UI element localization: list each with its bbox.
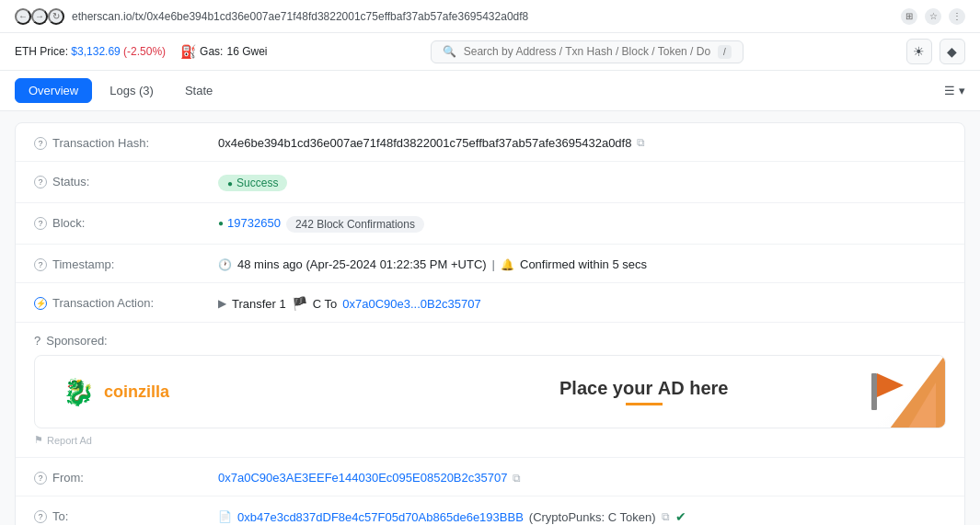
confirmed-text: Confirmed within 5 secs [520, 257, 647, 271]
chevron-down-icon: ▾ [959, 84, 965, 97]
hash-value: 0x4e6be394b1cd36e007ae71f48fd3822001c75e… [218, 136, 631, 150]
timestamp-value: 48 mins ago (Apr-25-2024 01:22:35 PM +UT… [237, 257, 487, 271]
eth-price: ETH Price: $3,132.69 (-2.50%) [15, 45, 166, 58]
refresh-button[interactable]: ↻ [48, 8, 64, 25]
sponsored-label-text: Sponsored: [46, 334, 108, 348]
theme-toggle[interactable]: ☀ [906, 39, 932, 64]
contract-icon: 📄 [218, 510, 232, 523]
to-contract-name: (CryptoPunks: C Token) [529, 510, 656, 524]
to-label: To: [52, 509, 68, 523]
action-address-link[interactable]: 0x7a0C90e3...0B2c35707 [342, 297, 480, 311]
from-help-icon[interactable]: ? [34, 472, 47, 485]
verified-icon: ✔ [675, 509, 686, 524]
to-address-link[interactable]: 0xb47e3cd837dDF8e4c57F05d70Ab865de6e193B… [237, 510, 524, 524]
from-label: From: [52, 471, 84, 485]
block-number-link[interactable]: 19732650 [218, 216, 281, 230]
from-address-link[interactable]: 0x7a0C90e3AE3EEFe144030Ec095E08520B2c357… [218, 471, 507, 485]
ad-flag-icon [867, 369, 913, 415]
timestamp-row: ? Timestamp: 🕐 48 mins ago (Apr-25-2024 … [16, 245, 964, 283]
ad-brand: coinzilla [104, 382, 169, 402]
tab-overview[interactable]: Overview [15, 78, 92, 103]
eth-network-button[interactable]: ◆ [940, 39, 965, 64]
tab-state[interactable]: State [171, 78, 226, 103]
tab-logs[interactable]: Logs (3) [96, 78, 167, 103]
status-row: ? Status: Success [16, 162, 964, 203]
action-c: C To [313, 297, 338, 311]
search-input[interactable] [464, 45, 710, 58]
hash-label: Transaction Hash: [52, 136, 149, 150]
action-row: ⚡ Transaction Action: ▶ Transfer 1 🏴 C T… [16, 283, 964, 323]
confirmed-icon: 🔔 [501, 258, 514, 271]
list-view-toggle[interactable]: ☰ ▾ [944, 84, 965, 97]
eth-price-change: (-2.50%) [123, 45, 166, 58]
status-help-icon[interactable]: ? [34, 176, 47, 188]
menu-icon[interactable]: ⋮ [949, 8, 965, 25]
report-ad-link[interactable]: ⚑ Report Ad [34, 434, 946, 446]
ad-underline [626, 403, 663, 405]
sponsored-help-icon[interactable]: ? [34, 334, 40, 348]
forward-button[interactable]: → [31, 8, 48, 25]
bookmark-icon[interactable]: ☆ [925, 8, 941, 25]
report-ad-icon: ⚑ [34, 434, 43, 446]
hash-help-icon[interactable]: ? [34, 137, 47, 150]
transfer-text: Transfer 1 [232, 297, 286, 311]
back-button[interactable]: ← [15, 8, 31, 25]
ad-mid-text: Place your AD here [559, 378, 728, 399]
tx-hash-row: ? Transaction Hash: 0x4e6be394b1cd36e007… [16, 123, 964, 162]
block-row: ? Block: 19732650 242 Block Confirmation… [16, 203, 964, 245]
block-help-icon[interactable]: ? [34, 217, 47, 230]
search-icon: 🔍 [443, 45, 456, 58]
search-bar[interactable]: 🔍 / [431, 40, 744, 63]
action-help-icon[interactable]: ⚡ [34, 297, 47, 310]
block-label: Block: [52, 216, 85, 230]
page-tabs: Overview Logs (3) State ☰ ▾ [0, 71, 980, 111]
clock-icon: 🕐 [218, 258, 232, 271]
status-label: Status: [52, 175, 89, 188]
timestamp-help-icon[interactable]: ? [34, 258, 47, 271]
svg-marker-1 [877, 373, 904, 397]
eth-price-value[interactable]: $3,132.69 [71, 45, 120, 58]
nft-icon: 🏴 [292, 296, 307, 311]
hash-copy-icon[interactable]: ⧉ [637, 136, 645, 149]
from-row: ? From: 0x7a0C90e3AE3EEFe144030Ec095E085… [16, 458, 964, 496]
extensions-icon[interactable]: ⊞ [901, 8, 917, 25]
from-copy-icon[interactable]: ⧉ [513, 472, 521, 485]
ad-right-graphic [835, 355, 945, 428]
to-copy-icon[interactable]: ⧉ [662, 510, 670, 523]
search-shortcut: / [718, 45, 732, 59]
to-row: ? To: 📄 0xb47e3cd837dDF8e4c57F05d70Ab865… [16, 496, 964, 525]
arrow-icon: ▶ [218, 297, 226, 310]
ad-banner[interactable]: 🐉 coinzilla Place your AD here [34, 355, 946, 428]
list-icon: ☰ [944, 84, 955, 97]
ad-coin-icon: 🐉 [63, 377, 95, 407]
url-bar[interactable]: etherscan.io/tx/0x4e6be394b1cd36e007ae71… [72, 10, 894, 23]
status-badge: Success [218, 175, 287, 191]
site-header: ETH Price: $3,132.69 (-2.50%) ⛽ Gas: 16 … [0, 33, 980, 71]
block-confirmations: 242 Block Confirmations [286, 216, 424, 233]
gas-info: ⛽ Gas: 16 Gwei [180, 44, 267, 59]
action-label: Transaction Action: [52, 296, 154, 310]
transaction-details: ? Transaction Hash: 0x4e6be394b1cd36e007… [15, 122, 965, 525]
timestamp-label: Timestamp: [52, 257, 114, 271]
browser-topbar: ← → ↻ etherscan.io/tx/0x4e6be394b1cd36e0… [0, 0, 980, 33]
sponsored-row: ? Sponsored: 🐉 coinzilla Place your AD h… [16, 323, 964, 458]
svg-rect-0 [871, 373, 877, 410]
to-help-icon[interactable]: ? [34, 510, 47, 523]
gas-icon: ⛽ [180, 44, 196, 59]
